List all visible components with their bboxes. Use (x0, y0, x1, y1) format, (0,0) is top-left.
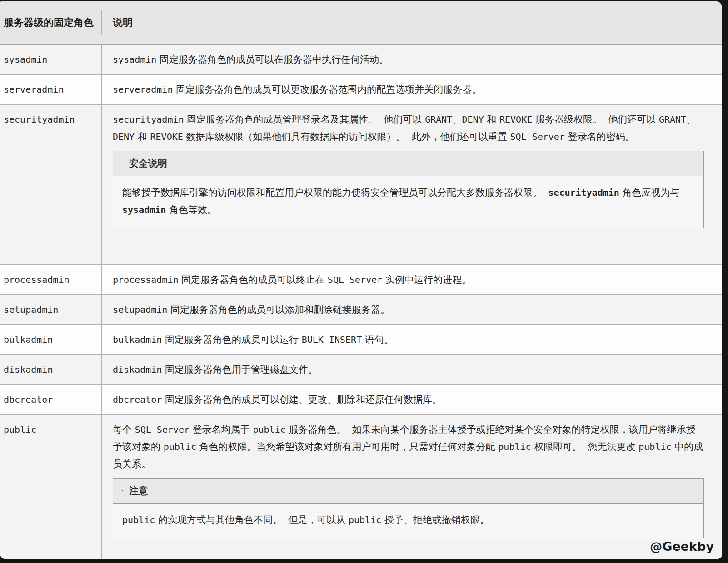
role-description: diskadmin 固定服务器角色用于管理磁盘文件。 (113, 361, 704, 378)
role-name-cell: setupadmin (0, 295, 102, 324)
role-name-cell: bulkadmin (0, 325, 102, 354)
description-text: 固定服务器角色的成员可以添加和删除链接服务器。 (167, 304, 390, 315)
table-row: sysadminsysadmin 固定服务器角色的成员可以在服务器中执行任何活动… (0, 45, 722, 75)
note-bullet-icon: · (121, 159, 124, 168)
code-term: diskadmin (113, 364, 162, 375)
role-name-cell: dbcreator (0, 385, 102, 414)
roles-table-page: 服务器级的固定角色 说明 sysadminsysadmin 固定服务器角色的成员… (0, 1, 722, 559)
note-title: 安全说明 (129, 157, 167, 170)
code-term: public (498, 441, 531, 452)
note-bullet-icon: · (121, 487, 124, 495)
description-text: 固定服务器角色用于管理磁盘文件。 (162, 364, 318, 375)
note-box: ·安全说明能够授予数据库引擎的访问权限和配置用户权限的能力使得安全管理员可以分配… (113, 151, 704, 228)
description-cell: 每个 SQL Server 登录名均属于 public 服务器角色。 如果未向某… (102, 415, 722, 559)
description-text: 语句。 (362, 334, 394, 345)
description-cell: serveradmin 固定服务器角色的成员可以更改服务器范围内的配置选项并关闭… (102, 75, 722, 104)
code-term: GRANT (659, 114, 686, 125)
code-term: public (638, 441, 671, 452)
role-name-cell: processadmin (0, 265, 102, 294)
code-term: dbcreator (113, 394, 162, 405)
code-term: public (122, 514, 155, 525)
table-row: diskadmindiskadmin 固定服务器角色用于管理磁盘文件。 (0, 355, 722, 385)
description-text: 角色等效。 (166, 204, 217, 215)
code-term: REVOKE (499, 114, 532, 125)
table-header-row: 服务器级的固定角色 说明 (0, 1, 722, 45)
table-row: processadminprocessadmin 固定服务器角色的成员可以终止在… (0, 265, 722, 295)
description-cell: processadmin 固定服务器角色的成员可以终止在 SQL Server … (102, 265, 722, 294)
code-term: public (164, 441, 196, 452)
code-term: sysadmin (113, 54, 156, 65)
table-row: setupadminsetupadmin 固定服务器角色的成员可以添加和删除链接… (0, 295, 722, 325)
description-text: 固定服务器角色的成员可以运行 (162, 334, 301, 345)
watermark: @Geekby (650, 539, 714, 553)
code-term: REVOKE (150, 131, 183, 142)
role-description: bulkadmin 固定服务器角色的成员可以运行 BULK INSERT 语句。 (113, 331, 704, 348)
note-body: 能够授予数据库引擎的访问权限和配置用户权限的能力使得安全管理员可以分配大多数服务… (113, 176, 703, 228)
description-text: 角色应视为与 (619, 187, 683, 198)
description-text: 数据库级权限（如果他们具有数据库的访问权限）。 此外，他们还可以重置 (183, 131, 510, 142)
description-text: 角色的权限。当您希望该对象对所有用户可用时，只需对任何对象分配 (196, 441, 498, 452)
code-term: BULK INSERT (302, 334, 362, 345)
header-description-column: 说明 (102, 10, 722, 36)
role-name-cell: securityadmin (0, 105, 102, 264)
table-body: sysadminsysadmin 固定服务器角色的成员可以在服务器中执行任何活动… (0, 45, 722, 559)
description-text: 和 (484, 114, 499, 125)
role-name-cell: diskadmin (0, 355, 102, 384)
description-text: 、 (686, 114, 696, 125)
description-text: 固定服务器角色的成员可以更改服务器范围内的配置选项并关闭服务器。 (173, 84, 481, 95)
role-description: setupadmin 固定服务器角色的成员可以添加和删除链接服务器。 (113, 301, 704, 318)
code-term: securityadmin (113, 114, 184, 125)
code-term: DENY (113, 131, 135, 142)
table-row: dbcreatordbcreator 固定服务器角色的成员可以创建、更改、删除和… (0, 385, 722, 415)
code-term: setupadmin (113, 304, 167, 315)
description-text: 服务器级权限。 他们还可以 (532, 114, 659, 125)
header-role-column: 服务器级的固定角色 (0, 10, 102, 35)
code-term: bulkadmin (113, 334, 162, 345)
description-cell: bulkadmin 固定服务器角色的成员可以运行 BULK INSERT 语句。 (102, 325, 722, 354)
role-description: serveradmin 固定服务器角色的成员可以更改服务器范围内的配置选项并关闭… (113, 81, 704, 98)
description-text: 授予、拒绝或撤销权限。 (381, 514, 489, 525)
description-text: 的实现方式与其他角色不同。 但是，可以从 (155, 514, 349, 525)
role-description: processadmin 固定服务器角色的成员可以终止在 SQL Server … (113, 271, 704, 288)
code-term: processadmin (113, 274, 179, 285)
role-description: dbcreator 固定服务器角色的成员可以创建、更改、删除和还原任何数据库。 (113, 391, 704, 408)
role-description: sysadmin 固定服务器角色的成员可以在服务器中执行任何活动。 (113, 51, 704, 68)
description-text: 登录名的密码。 (565, 131, 635, 142)
description-text: 登录名均属于 (189, 424, 253, 435)
role-name-cell: serveradmin (0, 75, 102, 104)
description-cell: dbcreator 固定服务器角色的成员可以创建、更改、删除和还原任何数据库。 (102, 385, 722, 414)
table-row: serveradminserveradmin 固定服务器角色的成员可以更改服务器… (0, 75, 722, 105)
note-header: ·注意 (113, 479, 703, 504)
description-text: 实例中运行的进程。 (382, 274, 471, 285)
description-text: 权限即可。 您无法更改 (531, 441, 639, 452)
code-term: GRANT (425, 114, 452, 125)
description-cell: securityadmin 固定服务器角色的成员管理登录名及其属性。 他们可以 … (102, 105, 722, 264)
code-term: DENY (462, 114, 484, 125)
table-row: public每个 SQL Server 登录名均属于 public 服务器角色。… (0, 415, 722, 559)
code-term: serveradmin (113, 84, 173, 95)
description-text: 固定服务器角色的成员管理登录名及其属性。 他们可以 (184, 114, 425, 125)
description-cell: sysadmin 固定服务器角色的成员可以在服务器中执行任何活动。 (102, 45, 722, 74)
description-text: 固定服务器角色的成员可以在服务器中执行任何活动。 (156, 54, 389, 65)
description-text: 固定服务器角色的成员可以终止在 (179, 274, 328, 285)
note-header: ·安全说明 (113, 151, 703, 176)
description-text: 固定服务器角色的成员可以创建、更改、删除和还原任何数据库。 (162, 394, 442, 405)
role-description: securityadmin 固定服务器角色的成员管理登录名及其属性。 他们可以 … (113, 111, 704, 145)
description-text: 、 (452, 114, 462, 125)
code-term: SQL Server (135, 424, 189, 435)
description-text: 能够授予数据库引擎的访问权限和配置用户权限的能力使得安全管理员可以分配大多数服务… (122, 187, 548, 198)
note-body: public 的实现方式与其他角色不同。 但是，可以从 public 授予、拒绝… (113, 504, 703, 538)
description-text: 和 (135, 131, 150, 142)
code-term: sysadmin (122, 204, 166, 215)
description-text: 每个 (113, 424, 135, 435)
code-term: public (253, 424, 285, 435)
code-term: SQL Server (328, 274, 382, 285)
description-cell: setupadmin 固定服务器角色的成员可以添加和删除链接服务器。 (102, 295, 722, 324)
code-term: public (349, 514, 381, 525)
role-description: 每个 SQL Server 登录名均属于 public 服务器角色。 如果未向某… (113, 421, 704, 473)
role-name-cell: public (0, 415, 102, 559)
role-name-cell: sysadmin (0, 45, 102, 74)
note-box: ·注意public 的实现方式与其他角色不同。 但是，可以从 public 授予… (113, 478, 704, 538)
code-term: SQL Server (510, 131, 564, 142)
code-term: securityadmin (548, 187, 619, 198)
